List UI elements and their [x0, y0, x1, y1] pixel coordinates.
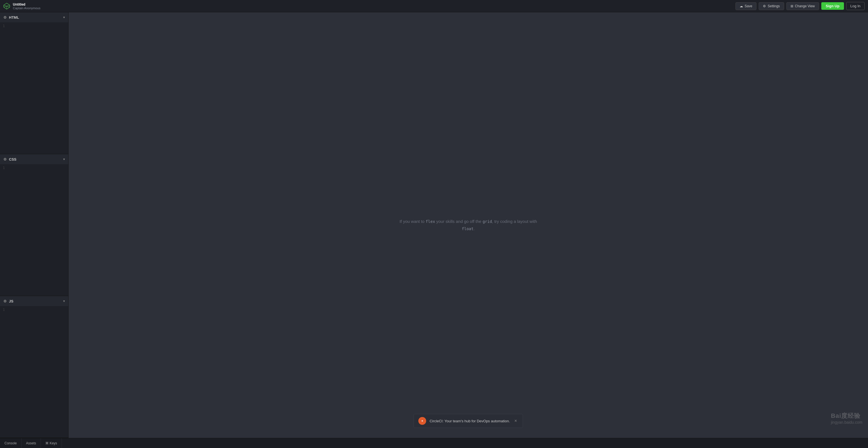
html-editor-section: ⚙ HTML ▾ 1	[0, 12, 68, 154]
css-line-1: 1	[3, 166, 5, 170]
html-gear-icon[interactable]: ⚙	[3, 15, 7, 20]
svg-line-2	[7, 5, 10, 6]
bottom-tabs: Console Assets ⌘ Keys	[0, 438, 62, 448]
project-info: Untitled Captain Anonymous	[13, 2, 40, 10]
login-button[interactable]: Log In	[846, 2, 865, 10]
html-editor-title: ⚙ HTML	[3, 15, 19, 20]
toast-notification: CircleCI: Your team's hub for DevOps aut…	[413, 414, 523, 428]
toast-close-button[interactable]: ×	[513, 418, 518, 423]
main-layout: ⚙ HTML ▾ 1 ⚙ CSS ▾ 1	[0, 12, 868, 438]
preview-panel: If you want to flex your skills and go o…	[68, 12, 868, 438]
settings-gear-icon: ⚙	[763, 4, 766, 8]
html-line-1: 1	[3, 24, 5, 28]
signup-button[interactable]: Sign Up	[821, 2, 844, 10]
toast-icon	[418, 417, 426, 425]
tab-keys[interactable]: ⌘ Keys	[41, 438, 62, 448]
toast-area: CircleCI: Your team's hub for DevOps aut…	[68, 414, 868, 428]
codepen-logo-icon	[3, 3, 10, 9]
js-editor-header: ⚙ JS ▾	[0, 296, 68, 306]
js-line-1: 1	[3, 308, 5, 312]
bottom-bar: Console Assets ⌘ Keys	[0, 438, 868, 448]
css-editor-body[interactable]: 1	[0, 164, 68, 296]
js-collapse-button[interactable]: ▾	[63, 299, 65, 303]
header-left: Untitled Captain Anonymous	[3, 2, 40, 10]
project-title[interactable]: Untitled	[13, 2, 40, 6]
baidu-watermark: Bai度经验 jingyan.baidu.com	[831, 412, 862, 424]
change-view-button[interactable]: ⊞ Change View	[786, 2, 819, 10]
css-collapse-button[interactable]: ▾	[63, 157, 65, 161]
css-editor-header: ⚙ CSS ▾	[0, 154, 68, 164]
css-editor-section: ⚙ CSS ▾ 1	[0, 154, 68, 296]
tab-console[interactable]: Console	[0, 438, 22, 448]
html-editor-header: ⚙ HTML ▾	[0, 12, 68, 22]
css-gear-icon[interactable]: ⚙	[3, 157, 7, 162]
js-gear-icon[interactable]: ⚙	[3, 299, 7, 303]
js-editor-title: ⚙ JS	[3, 299, 13, 303]
css-editor-title: ⚙ CSS	[3, 157, 17, 162]
header-right: ☁ Save ⚙ Settings ⊞ Change View Sign Up …	[736, 2, 865, 10]
preview-hint: If you want to flex your skills and go o…	[396, 218, 541, 232]
save-button[interactable]: ☁ Save	[736, 2, 756, 10]
change-view-icon: ⊞	[790, 4, 793, 8]
project-author: Captain Anonymous	[13, 6, 40, 10]
svg-line-1	[4, 5, 7, 6]
save-cloud-icon: ☁	[740, 4, 743, 8]
header: Untitled Captain Anonymous ☁ Save ⚙ Sett…	[0, 0, 868, 12]
settings-button[interactable]: ⚙ Settings	[759, 2, 784, 10]
js-editor-section: ⚙ JS ▾ 1	[0, 296, 68, 438]
tab-assets[interactable]: Assets	[22, 438, 41, 448]
html-editor-body[interactable]: 1	[0, 22, 68, 154]
html-collapse-button[interactable]: ▾	[63, 15, 65, 19]
left-panel: ⚙ HTML ▾ 1 ⚙ CSS ▾ 1	[0, 12, 68, 438]
svg-line-5	[7, 6, 10, 7]
js-editor-body[interactable]: 1	[0, 306, 68, 438]
svg-line-4	[4, 6, 7, 7]
toast-message: CircleCI: Your team's hub for DevOps aut…	[430, 419, 510, 423]
